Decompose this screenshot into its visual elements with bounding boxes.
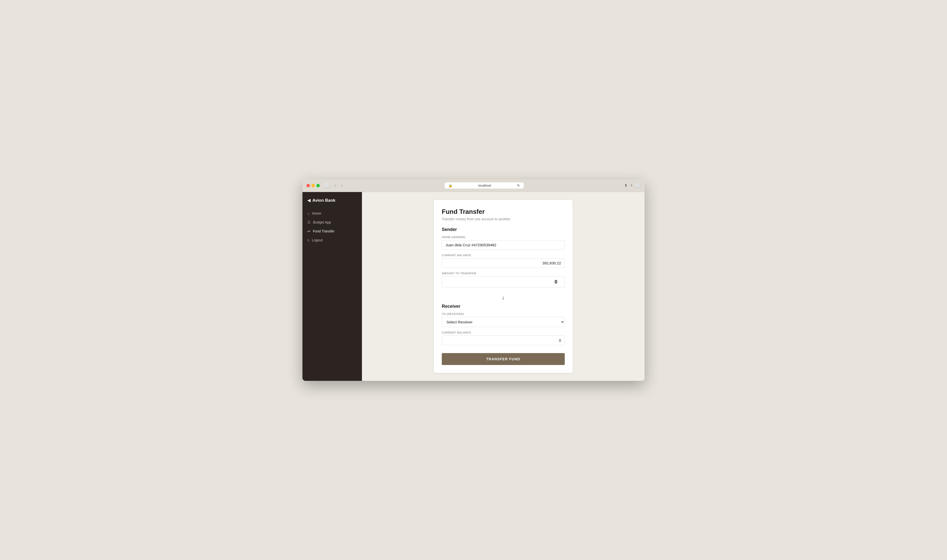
sender-balance-label: CURRENT BALANCE [442,254,565,257]
sidebar-item-home[interactable]: ⌂ Home [302,209,362,218]
new-tab-icon[interactable]: + [630,183,633,188]
sidebar-item-budget[interactable]: ☰ Budget App [302,218,362,227]
security-icon: 🔒 [448,184,453,187]
maximize-dot[interactable] [316,184,320,187]
nav-forward-btn2[interactable]: › [340,182,344,189]
divider-arrow: ↓ [442,291,565,304]
sidebar-item-label-fund-transfer: Fund Transfer [313,229,334,233]
url-text: localhost [479,184,491,187]
sidebar-item-logout[interactable]: ⎋ Logout [302,235,362,245]
browser-dots [306,184,320,187]
brand-name: Avion Bank [313,198,336,203]
sender-balance-field-group: CURRENT BALANCE [442,254,565,268]
browser-actions: ⬆ + ⬜ [624,183,641,188]
sidebar-item-fund-transfer[interactable]: ⇌ Fund Transfer [302,227,362,235]
address-bar[interactable]: 🔒 localhost ↻ [445,182,524,189]
amount-input[interactable] [442,276,565,288]
address-bar-container: 🔒 localhost ↻ [347,182,621,189]
close-dot[interactable] [306,184,310,187]
browser-body: ◀ Avion Bank ⌂ Home ☰ Budget App ⇌ Fund … [302,192,645,381]
fund-transfer-card: Fund Transfer Transfer money from one ac… [434,200,573,373]
minimize-dot[interactable] [311,184,315,187]
main-content: Fund Transfer Transfer money from one ac… [362,192,645,381]
sidebar-item-label-logout: Logout [312,238,323,242]
tabs-icon[interactable]: ⬜ [636,183,641,188]
amount-label: AMOUNT TO TRANSFER [442,272,565,275]
sender-field-group: FROM (SENDER) [442,235,565,250]
browser-toolbar: ⬜ ‹ › 🔒 localhost ↻ ⬆ + ⬜ [302,179,645,192]
receiver-label: TO (RECEIVER) [442,312,565,315]
sidebar-item-label-budget: Budget App [313,220,331,224]
sender-section-title: Sender [442,227,565,232]
receiver-section-title: Receiver [442,304,565,309]
page-subtitle: Transfer money from one account to anoth… [442,217,565,221]
share-icon[interactable]: ⬆ [624,183,627,188]
browser-window: ⬜ ‹ › 🔒 localhost ↻ ⬆ + ⬜ ◀ Avion Bank [302,179,645,381]
receiver-field-group: TO (RECEIVER) Select Receiver [442,312,565,327]
sidebar-brand: ◀ Avion Bank [302,198,362,209]
down-arrow-icon: ↓ [502,294,505,301]
sidebar-item-label-home: Home [312,211,321,215]
refresh-icon[interactable]: ↻ [517,184,520,187]
sender-input[interactable] [442,240,565,250]
nav-back-button[interactable]: ⬜ [323,182,331,189]
sidebar-nav: ⌂ Home ☰ Budget App ⇌ Fund Transfer ⎋ Lo… [302,209,362,245]
budget-icon: ☰ [307,220,311,224]
browser-nav: ⬜ ‹ › [323,182,344,189]
receiver-balance-field-group: CURRENT BALANCE [442,331,565,345]
page-title: Fund Transfer [442,208,565,215]
sender-label: FROM (SENDER) [442,235,565,238]
amount-field-group: AMOUNT TO TRANSFER [442,272,565,288]
transfer-icon: ⇌ [307,229,310,233]
nav-forward-button[interactable]: ‹ [333,182,338,189]
home-icon: ⌂ [307,211,310,215]
sender-balance-input [442,258,565,268]
logout-icon: ⎋ [307,238,310,242]
sidebar: ◀ Avion Bank ⌂ Home ☰ Budget App ⇌ Fund … [302,192,362,381]
transfer-fund-button[interactable]: TRANSFER FUND [442,353,565,365]
receiver-balance-input [442,335,565,345]
brand-icon: ◀ [307,198,310,203]
receiver-balance-label: CURRENT BALANCE [442,331,565,334]
receiver-select[interactable]: Select Receiver [442,317,565,327]
